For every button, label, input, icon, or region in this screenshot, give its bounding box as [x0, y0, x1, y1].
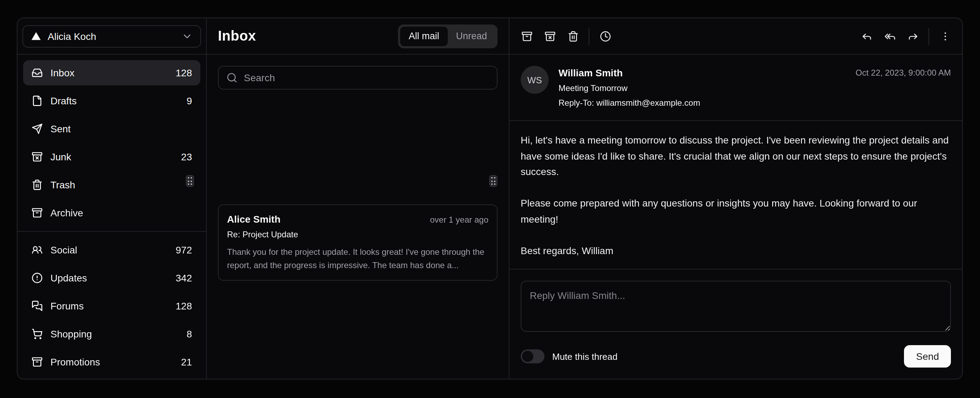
sidebar-item-label: Drafts	[51, 95, 77, 106]
archive-x-icon	[544, 30, 555, 42]
message-subject: Meeting Tomorrow	[558, 82, 700, 95]
move-to-junk-button[interactable]	[538, 24, 561, 48]
message-header: WS William Smith Meeting Tomorrow Reply-…	[509, 55, 962, 121]
sidebar-item-label: Social	[51, 244, 77, 255]
send-icon	[32, 123, 43, 135]
sidebar-item-trash[interactable]: Trash	[23, 172, 200, 197]
forward-button[interactable]	[901, 24, 924, 48]
email-item-top-row: Alice Smith over 1 year ago	[227, 213, 488, 226]
sidebar-item-count: 9	[186, 95, 192, 106]
account-name: Alicia Koch	[48, 30, 96, 42]
search-icon	[226, 72, 237, 83]
message-body: Hi, let's have a meeting tomorrow to dis…	[509, 121, 962, 269]
detail-toolbar	[509, 18, 962, 55]
move-to-trash-button[interactable]	[561, 24, 584, 48]
sidebar-item-count: 8	[186, 328, 192, 339]
archive-button[interactable]	[515, 24, 538, 48]
more-vertical-icon	[939, 30, 951, 42]
sidebar-item-promotions[interactable]: Promotions 21	[23, 349, 200, 374]
sidebar-item-archive[interactable]: Archive	[23, 200, 200, 225]
toolbar-divider	[589, 28, 589, 44]
messages-square-icon	[32, 300, 43, 312]
more-options-button[interactable]	[934, 24, 956, 48]
shopping-cart-icon	[32, 328, 43, 339]
send-button[interactable]: Send	[904, 345, 951, 368]
page-title: Inbox	[218, 28, 256, 44]
sidebar: Alicia Koch Inbox 128 Drafts 9 Sent	[18, 18, 207, 379]
clock-icon	[600, 30, 611, 42]
sidebar-item-label: Trash	[51, 179, 75, 190]
avatar: WS	[521, 66, 549, 94]
mail-list-panel: Inbox All mail Unread Alice Smith over 1…	[207, 18, 509, 379]
reply-actions-row: Mute this thread Send	[521, 345, 951, 368]
email-preview: Thank you for the project update. It loo…	[227, 246, 488, 272]
sidebar-item-sent[interactable]: Sent	[23, 116, 200, 141]
trash-icon	[32, 179, 43, 190]
reply-textarea[interactable]	[521, 281, 951, 332]
message-meta: William Smith Meeting Tomorrow Reply-To:…	[558, 66, 700, 109]
sidebar-nav-secondary: Social 972 Updates 342 Forums 128 Shoppi…	[18, 232, 206, 379]
alert-circle-icon	[32, 272, 43, 284]
sidebar-item-count: 128	[175, 67, 192, 78]
sidebar-header: Alicia Koch	[18, 18, 206, 55]
sidebar-item-label: Updates	[51, 272, 87, 284]
sidebar-item-count: 342	[175, 272, 192, 284]
sidebar-item-inbox[interactable]: Inbox 128	[23, 60, 200, 86]
search-section	[207, 55, 509, 101]
panel-resize-handle-left[interactable]	[186, 175, 194, 187]
sidebar-item-forums[interactable]: Forums 128	[23, 293, 200, 319]
sidebar-item-label: Inbox	[51, 67, 75, 78]
email-time: over 1 year ago	[430, 215, 488, 225]
search-box	[218, 66, 498, 90]
forward-icon	[907, 30, 918, 42]
trash-icon	[567, 30, 579, 42]
sidebar-item-count: 21	[181, 356, 192, 368]
sidebar-item-junk[interactable]: Junk 23	[23, 144, 200, 170]
sidebar-item-shopping[interactable]: Shopping 8	[23, 321, 200, 347]
email-list: Alice Smith over 1 year ago Re: Project …	[207, 101, 509, 379]
mail-filter-tabs: All mail Unread	[398, 24, 498, 48]
mute-thread-toggle[interactable]	[521, 349, 544, 363]
reply-all-button[interactable]	[878, 24, 901, 48]
mail-app: Alicia Koch Inbox 128 Drafts 9 Sent	[0, 0, 980, 398]
archive-x-icon	[32, 151, 43, 162]
vercel-triangle-icon	[31, 31, 41, 41]
snooze-button[interactable]	[593, 24, 617, 48]
list-header: Inbox All mail Unread	[207, 18, 509, 55]
app-window: Alicia Koch Inbox 128 Drafts 9 Sent	[17, 17, 963, 379]
mute-thread-label: Mute this thread	[552, 351, 617, 362]
reply-button[interactable]	[855, 24, 878, 48]
tab-unread[interactable]: Unread	[447, 26, 495, 46]
email-subject: Re: Project Update	[227, 229, 488, 240]
sidebar-item-label: Forums	[51, 300, 84, 312]
account-switcher[interactable]: Alicia Koch	[22, 25, 201, 47]
email-sender: Alice Smith	[227, 213, 281, 226]
file-icon	[32, 95, 43, 106]
sidebar-item-label: Promotions	[51, 356, 100, 368]
message-date: Oct 22, 2023, 9:00:00 AM	[856, 66, 951, 78]
sidebar-item-drafts[interactable]: Drafts 9	[23, 88, 200, 113]
reply-all-icon	[884, 30, 895, 42]
sidebar-item-count: 972	[175, 244, 192, 255]
chevron-down-icon	[181, 30, 193, 42]
sidebar-item-count: 23	[181, 151, 192, 162]
sidebar-nav-primary: Inbox 128 Drafts 9 Sent Junk 23	[18, 55, 206, 231]
archive-icon	[521, 30, 532, 42]
tab-all-mail[interactable]: All mail	[400, 26, 447, 46]
archive-icon	[32, 356, 43, 368]
sidebar-item-count: 128	[175, 300, 192, 312]
message-sender: William Smith	[558, 66, 700, 80]
inbox-icon	[32, 67, 43, 78]
sidebar-item-label: Archive	[51, 207, 83, 219]
message-reply-to: Reply-To: williamsmith@example.com	[558, 97, 700, 109]
archive-icon	[32, 207, 43, 219]
mail-detail-panel: WS William Smith Meeting Tomorrow Reply-…	[509, 18, 962, 379]
sidebar-item-updates[interactable]: Updates 342	[23, 265, 200, 290]
toggle-thumb	[522, 351, 533, 362]
reply-icon	[861, 30, 872, 42]
panel-resize-handle-right[interactable]	[489, 175, 498, 187]
sidebar-item-social[interactable]: Social 972	[23, 237, 200, 263]
search-input[interactable]	[244, 72, 489, 83]
reply-section: Mute this thread Send	[509, 269, 962, 379]
email-list-item[interactable]: Alice Smith over 1 year ago Re: Project …	[218, 205, 498, 281]
